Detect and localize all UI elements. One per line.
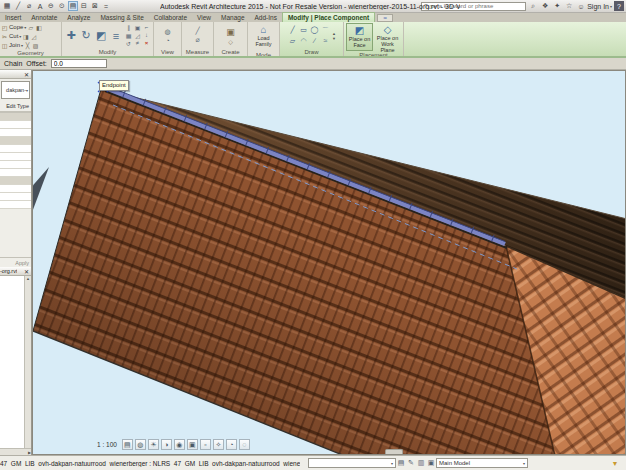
align-icon[interactable]: ≡ <box>109 30 123 42</box>
unjoin-icon[interactable]: ▨ <box>32 42 39 49</box>
trim-icon[interactable]: ⌐ <box>142 24 151 32</box>
project-browser-tree[interactable] <box>0 276 24 448</box>
tag-icon[interactable]: ⊖ <box>46 1 56 11</box>
draw-rect-icon[interactable]: ▭ <box>298 25 309 36</box>
beam-join-icon[interactable]: ▱ <box>27 24 34 31</box>
detail-level-icon[interactable]: ▤ <box>122 439 133 450</box>
property-row[interactable] <box>0 161 31 169</box>
crop-region-icon[interactable]: ▫ <box>200 439 211 450</box>
chain-checkbox-label[interactable]: Chain <box>4 60 22 67</box>
modify-line-icon[interactable]: ╱ <box>13 1 23 11</box>
dimension-icon[interactable]: ⌀ <box>24 1 34 11</box>
filter-icon[interactable]: ▼ <box>610 458 620 468</box>
create-similar-icon[interactable]: ◇ <box>228 38 233 45</box>
tab-massing-site[interactable]: Massing & Site <box>95 13 148 22</box>
search-icon[interactable]: ⌕ <box>528 1 538 11</box>
split-icon[interactable]: ≠ <box>133 40 142 48</box>
mirror-icon[interactable]: ◩ <box>94 29 108 42</box>
edit-type-button[interactable]: Edit Type <box>0 101 31 112</box>
array-icon[interactable]: ▦ <box>124 32 133 40</box>
section-icon[interactable]: ⊟ <box>79 1 89 11</box>
move-icon[interactable]: ✚ <box>64 29 78 42</box>
draw-arc-icon[interactable]: ⌒ <box>320 25 331 36</box>
horizontal-scrollbar[interactable]: ▶ <box>0 448 31 455</box>
panel-label-draw[interactable]: Draw <box>280 49 343 56</box>
drawing-area[interactable]: Endpoint 1 : 100 ▤ ◍ ☀ ◑ ◉ ▣ ▫ ✧ ◔ ◌ <box>32 70 626 455</box>
tab-annotate[interactable]: Annotate <box>26 13 62 22</box>
draw-polygon-icon[interactable]: ▱ <box>287 36 298 47</box>
design-options-icon[interactable]: ▥ <box>416 458 426 468</box>
worksets-icon[interactable]: ▤ <box>396 458 406 468</box>
demolish-icon[interactable]: ◨ <box>22 33 29 40</box>
delete-icon[interactable]: × <box>142 40 151 48</box>
panel-label-modify[interactable]: Modify <box>62 49 153 56</box>
offset-input[interactable] <box>51 59 107 68</box>
panel-label-create[interactable]: Create <box>214 49 247 56</box>
rendering-icon[interactable]: ◉ <box>174 439 185 450</box>
editable-only-icon[interactable]: ✎ <box>406 458 416 468</box>
hide-icon[interactable]: ◍ <box>164 28 170 36</box>
tab-analyze[interactable]: Analyze <box>62 13 95 22</box>
join-button[interactable]: ◫ Join▾ ╳ ▨ <box>1 41 60 49</box>
tab-stub-icon[interactable]: ≈ <box>377 14 393 22</box>
tab-modify-place-component[interactable]: Modify | Place Component <box>282 12 375 22</box>
help-icon[interactable]: ? <box>614 1 624 11</box>
vertical-scrollbar[interactable]: ▲ <box>24 276 31 448</box>
cope-button[interactable]: ◰ Cope▾ ▱ ◧ <box>1 23 60 31</box>
offset-icon[interactable]: ∥ <box>124 24 133 32</box>
scroll-right-icon[interactable]: ▶ <box>28 450 31 455</box>
dim-icon[interactable]: ⌀ <box>195 36 199 44</box>
visual-style-icon[interactable]: ◍ <box>135 439 146 450</box>
split-face-icon[interactable]: ◿ <box>30 33 37 40</box>
tab-collaborate[interactable]: Collaborate <box>149 13 192 22</box>
cut-button[interactable]: ✂ Cut▾ ◨ ◿ <box>1 32 60 40</box>
copy-icon[interactable]: ▣ <box>133 24 142 32</box>
tab-add-ins[interactable]: Add-Ins <box>250 13 282 22</box>
draw-scroll-down-icon[interactable]: ▼ <box>332 36 336 41</box>
shadows-icon[interactable]: ◑ <box>161 439 172 450</box>
tab-insert[interactable]: Insert <box>0 13 26 22</box>
workset-dropdown[interactable]: ▾ <box>308 458 396 468</box>
load-family-button[interactable]: ⌂ Load Family <box>250 23 277 51</box>
hide-isolate-icon[interactable]: ◔ <box>226 439 237 450</box>
property-group-row[interactable] <box>0 177 31 185</box>
type-selector[interactable]: dakpan- ▾ <box>1 81 30 99</box>
pin-icon[interactable]: ↓ <box>142 32 151 40</box>
app-window-icon[interactable]: ▦ <box>2 1 12 11</box>
create-group-icon[interactable]: ▣ <box>226 27 235 37</box>
tab-manage[interactable]: Manage <box>216 13 250 22</box>
draw-line-icon[interactable]: ╱ <box>287 25 298 36</box>
property-row[interactable] <box>0 145 31 153</box>
close-icon[interactable]: ✕ <box>22 268 31 275</box>
lock-view-icon[interactable]: ✧ <box>213 439 224 450</box>
draw-spline-icon[interactable]: ∕ <box>309 36 320 47</box>
reveal-hidden-icon[interactable]: ◌ <box>239 439 250 450</box>
property-row[interactable] <box>0 153 31 161</box>
property-group-row[interactable] <box>0 137 31 145</box>
3d-view[interactable] <box>33 71 626 455</box>
draw-circle-icon[interactable]: ◯ <box>309 25 320 36</box>
scale-button[interactable]: 1 : 100 <box>97 441 120 448</box>
wall-join-icon[interactable]: ◧ <box>35 24 42 31</box>
place-on-work-plane-button[interactable]: ◇ Place on Work Plane <box>374 23 401 51</box>
tab-view[interactable]: View <box>192 13 216 22</box>
view-icon[interactable]: ⊙ <box>57 1 67 11</box>
schedule-icon[interactable]: ⊠ <box>90 1 100 11</box>
property-row[interactable] <box>0 129 31 137</box>
property-row[interactable] <box>0 201 31 209</box>
override-icon[interactable]: ◔ <box>165 37 169 44</box>
default-3d-view-icon[interactable]: ▤ <box>68 1 78 11</box>
property-row[interactable] <box>0 121 31 129</box>
apply-button[interactable]: Apply <box>15 260 29 266</box>
unpin-icon[interactable]: ↺ <box>124 40 133 48</box>
canvas-grip[interactable] <box>385 449 403 454</box>
scroll-up-icon[interactable]: ▲ <box>26 276 30 281</box>
property-group-row[interactable] <box>0 113 31 121</box>
property-row[interactable] <box>0 193 31 201</box>
measure-icon[interactable]: ╱ <box>195 27 199 35</box>
communication-center-icon[interactable]: ✦ <box>552 1 562 11</box>
sun-path-icon[interactable]: ☀ <box>148 439 159 450</box>
property-row[interactable] <box>0 185 31 193</box>
exclude-options-icon[interactable]: ▣ <box>426 458 436 468</box>
place-on-face-button[interactable]: ◩ Place on Face <box>346 23 373 51</box>
